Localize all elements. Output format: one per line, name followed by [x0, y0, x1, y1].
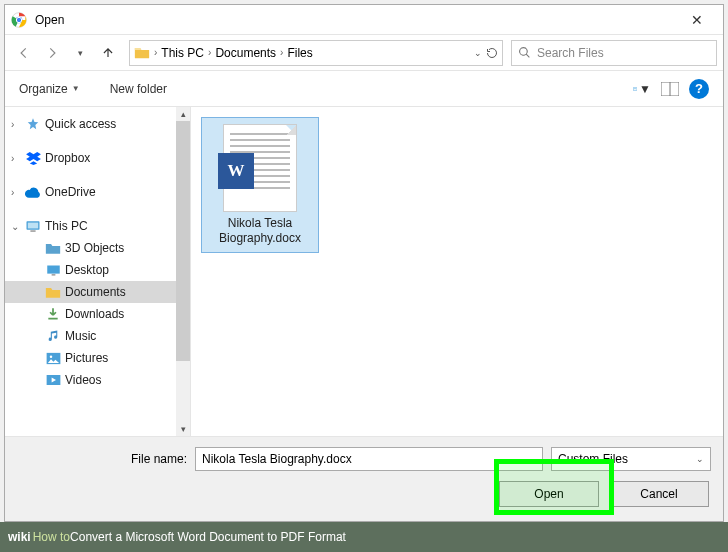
sidebar: ›Quick access ›Dropbox ›OneDrive ⌄This P…	[5, 107, 191, 436]
folder-icon	[45, 284, 61, 300]
sidebar-item-3d-objects[interactable]: 3D Objects	[5, 237, 190, 259]
breadcrumb-dropdown[interactable]: ⌄	[474, 47, 498, 59]
svg-rect-11	[47, 265, 60, 273]
file-thumbnail: W	[223, 124, 297, 212]
open-dialog: Open ✕ ▾ › This PC › Documents › Files ⌄…	[4, 4, 724, 522]
folder-icon	[134, 45, 150, 61]
breadcrumb-segment[interactable]: Documents	[215, 46, 276, 60]
download-icon	[45, 306, 61, 322]
search-icon	[518, 46, 531, 59]
chrome-icon	[11, 12, 27, 28]
search-placeholder: Search Files	[537, 46, 604, 60]
sidebar-item-desktop[interactable]: Desktop	[5, 259, 190, 281]
pictures-icon	[45, 350, 61, 366]
new-folder-button[interactable]: New folder	[110, 82, 167, 96]
up-button[interactable]	[95, 40, 121, 66]
music-icon	[45, 328, 61, 344]
star-icon	[25, 116, 41, 132]
back-button[interactable]	[11, 40, 37, 66]
cloud-icon	[25, 184, 41, 200]
titlebar: Open ✕	[5, 5, 723, 35]
forward-button[interactable]	[39, 40, 65, 66]
breadcrumb[interactable]: › This PC › Documents › Files ⌄	[129, 40, 503, 66]
preview-pane-button[interactable]	[661, 80, 679, 98]
bottom-panel: File name: Nikola Tesla Biography.docx⌄ …	[5, 436, 723, 521]
chevron-right-icon: ›	[278, 47, 285, 58]
breadcrumb-segment[interactable]: This PC	[161, 46, 204, 60]
svg-rect-5	[634, 88, 637, 89]
word-icon: W	[218, 153, 254, 189]
sidebar-onedrive[interactable]: ›OneDrive	[5, 181, 190, 203]
filename-label: File name:	[17, 452, 187, 466]
chevron-down-icon: ⌄	[696, 454, 704, 464]
svg-point-14	[49, 355, 52, 358]
sidebar-item-documents[interactable]: Documents	[5, 281, 190, 303]
svg-rect-9	[28, 222, 38, 228]
caption-bar: wikiHow to Convert a Microsoft Word Docu…	[0, 522, 728, 552]
sidebar-item-videos[interactable]: Videos	[5, 369, 190, 391]
sidebar-quick-access[interactable]: ›Quick access	[5, 113, 190, 135]
svg-rect-12	[51, 274, 55, 275]
sidebar-dropbox[interactable]: ›Dropbox	[5, 147, 190, 169]
file-label: Nikola Tesla Biography.docx	[208, 216, 312, 246]
chevron-down-icon[interactable]: ⌄	[528, 454, 536, 464]
filetype-select[interactable]: Custom Files⌄	[551, 447, 711, 471]
file-item[interactable]: W Nikola Tesla Biography.docx	[201, 117, 319, 253]
open-button[interactable]: Open	[499, 481, 599, 507]
svg-point-2	[16, 17, 21, 22]
sidebar-this-pc[interactable]: ⌄This PC	[5, 215, 190, 237]
pc-icon	[25, 218, 41, 234]
sidebar-scrollbar[interactable]: ▴ ▾	[176, 107, 190, 436]
chevron-right-icon: ›	[206, 47, 213, 58]
folder-icon	[45, 240, 61, 256]
caption-how: How to	[33, 530, 70, 544]
search-input[interactable]: Search Files	[511, 40, 717, 66]
organize-menu[interactable]: Organize▼	[19, 82, 80, 96]
wiki-logo-text: wiki	[8, 530, 31, 544]
sidebar-item-music[interactable]: Music	[5, 325, 190, 347]
scroll-up-icon[interactable]: ▴	[176, 107, 190, 121]
sidebar-item-downloads[interactable]: Downloads	[5, 303, 190, 325]
desktop-icon	[45, 262, 61, 278]
videos-icon	[45, 372, 61, 388]
svg-rect-10	[30, 230, 35, 231]
toolbar: Organize▼ New folder ▼ ?	[5, 71, 723, 107]
content-area: ›Quick access ›Dropbox ›OneDrive ⌄This P…	[5, 107, 723, 436]
dialog-title: Open	[35, 13, 677, 27]
dropbox-icon	[25, 150, 41, 166]
chevron-right-icon: ›	[152, 47, 159, 58]
file-pane[interactable]: W Nikola Tesla Biography.docx	[191, 107, 723, 436]
caption-title: Convert a Microsoft Word Document to PDF…	[70, 530, 346, 544]
cancel-button[interactable]: Cancel	[609, 481, 709, 507]
scroll-thumb[interactable]	[176, 121, 190, 361]
sidebar-item-pictures[interactable]: Pictures	[5, 347, 190, 369]
view-mode-button[interactable]: ▼	[633, 80, 651, 98]
recent-dropdown[interactable]: ▾	[67, 40, 93, 66]
nav-bar: ▾ › This PC › Documents › Files ⌄ Search…	[5, 35, 723, 71]
help-button[interactable]: ?	[689, 79, 709, 99]
breadcrumb-segment[interactable]: Files	[287, 46, 312, 60]
scroll-down-icon[interactable]: ▾	[176, 422, 190, 436]
filename-input[interactable]: Nikola Tesla Biography.docx⌄	[195, 447, 543, 471]
close-button[interactable]: ✕	[677, 6, 717, 34]
